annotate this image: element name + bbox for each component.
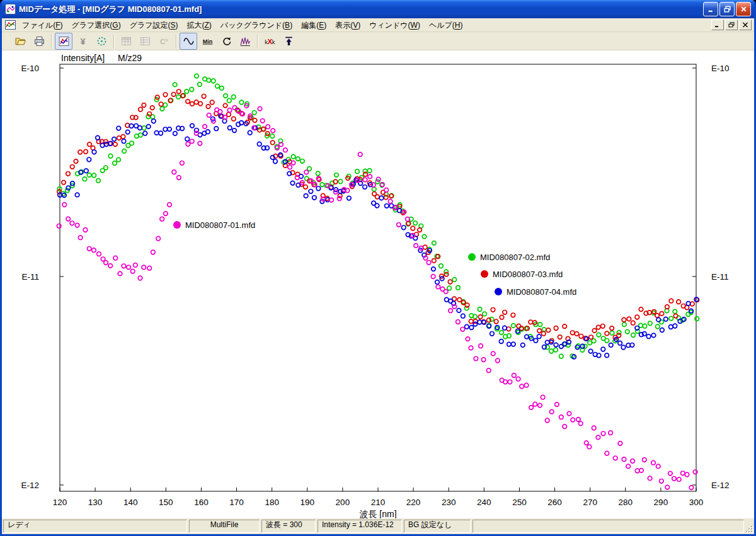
menu-bar: ファイル(F)グラフ選択(G)グラフ設定(S)拡大(Z)バックグラウンド(B)編… [2, 18, 754, 32]
grid2-icon [140, 36, 151, 47]
open-folder-icon [15, 36, 26, 47]
legend-marker-2 [481, 270, 488, 278]
x-tick-label: 280 [619, 498, 633, 507]
window-title: MIDデータ処理 - [MIDグラフ MID080807-01.mfd] [19, 4, 700, 15]
menu-item-1[interactable]: グラフ選択(G) [67, 19, 125, 31]
menu-item-5[interactable]: 編集(E) [297, 19, 331, 31]
menu-items: ファイル(F)グラフ選択(G)グラフ設定(S)拡大(Z)バックグラウンド(B)編… [18, 19, 711, 31]
list-view-button [136, 33, 154, 50]
waveform-button[interactable] [180, 33, 197, 50]
menu-item-7[interactable]: ウィンドウ(W) [365, 19, 425, 31]
circle-dots-icon [96, 36, 107, 47]
series-channel-label: M/z29 [118, 53, 142, 63]
table-view-button [117, 33, 135, 50]
x-tick-label: 150 [159, 498, 173, 507]
min-button[interactable]: Min [198, 33, 216, 50]
title-bar: MIDデータ処理 - [MIDグラフ MID080807-01.mfd] [2, 0, 754, 18]
legend-label-0: MID080807-01.mfd [185, 220, 255, 230]
x-tick-label: 290 [654, 498, 668, 507]
x-tick-label: 300 [689, 498, 704, 507]
marker-button[interactable] [93, 33, 110, 50]
x-tick-label: 130 [88, 498, 103, 507]
x-tick-label: 260 [547, 498, 562, 507]
svg-text:C°: C° [159, 37, 168, 45]
status-wavelength: 波長 = 300 [261, 520, 316, 533]
scale-button[interactable]: ¥ [74, 33, 91, 50]
app-icon [5, 4, 16, 14]
status-bar: レディMultiFile波長 = 300Intensity = 1.036E-1… [2, 518, 754, 534]
menu-item-2[interactable]: グラフ設定(S) [125, 19, 183, 31]
grid-icon [121, 36, 132, 47]
kxk-icon: kXk [265, 36, 275, 47]
arrow-up-icon [284, 36, 294, 47]
y-tick-label-left: E-12 [21, 481, 39, 490]
x-tick-label: 190 [301, 498, 315, 507]
x-tick-label: 160 [194, 498, 209, 507]
menu-item-8[interactable]: ヘルプ(H) [425, 19, 467, 31]
child-restore-button[interactable] [725, 20, 738, 30]
status-background: BG 設定なし [404, 520, 471, 533]
mdi-buttons [711, 20, 752, 30]
celsius-icon: C° [159, 36, 169, 47]
child-close-button[interactable] [739, 20, 752, 30]
status-ready: レディ [3, 520, 187, 533]
status-intensity: Intensity = 1.036E-12 [318, 520, 402, 533]
resize-grip[interactable] [745, 525, 753, 533]
x-tick-label: 140 [123, 498, 138, 507]
child-minimize-button[interactable] [711, 20, 724, 30]
print-icon [34, 36, 45, 47]
x-tick-label: 120 [53, 498, 67, 507]
caption-buttons [703, 2, 751, 16]
legend-label-2: MID080807-03.mfd [493, 270, 563, 279]
svg-text:k: k [272, 38, 275, 45]
toolbar: ¥C°MinkXk [2, 32, 754, 50]
spectrum-button[interactable] [236, 33, 254, 50]
graph-icon [59, 36, 69, 47]
loop-icon [221, 36, 232, 47]
svg-text:¥: ¥ [80, 36, 85, 46]
y-tick-label-left: E-11 [21, 272, 39, 282]
legend-label-3: MID080807-04.mfd [507, 287, 576, 297]
temperature-button: C° [155, 33, 173, 50]
menu-item-3[interactable]: 拡大(Z) [183, 19, 216, 31]
legend-marker-0 [173, 221, 181, 229]
minimize-button[interactable] [703, 2, 718, 16]
toolbar-separator [176, 34, 176, 48]
toolbar-separator [257, 34, 258, 48]
chart-canvas[interactable]: 1201301401501601701801902002102202302402… [2, 50, 754, 518]
restore-button[interactable] [719, 2, 735, 16]
x-tick-label: 170 [229, 498, 244, 507]
menu-item-6[interactable]: 表示(V) [331, 19, 365, 31]
y-tick-label-left: E-10 [21, 64, 39, 73]
sine-icon [183, 36, 194, 47]
legend-label-1: MID080807-02.mfd [480, 253, 550, 262]
x-tick-label: 250 [512, 498, 527, 507]
close-button[interactable] [736, 2, 751, 16]
kxk-button[interactable]: kXk [261, 33, 278, 50]
x-tick-label: 230 [442, 498, 456, 507]
open-button[interactable] [11, 33, 29, 50]
plot-frame [60, 64, 696, 491]
graph-display-button[interactable] [55, 33, 72, 50]
y-tick-label-right: E-11 [711, 272, 729, 282]
min-icon: Min [202, 36, 213, 47]
x-tick-label: 210 [371, 498, 386, 507]
child-window-icon [5, 20, 16, 30]
menu-item-4[interactable]: バックグラウンド(B) [216, 19, 297, 31]
repeat-button[interactable] [217, 33, 235, 50]
toolbar-separator [51, 34, 52, 48]
export-button[interactable] [280, 33, 297, 50]
spectrum-icon [240, 36, 251, 47]
status-panels: レディMultiFile波長 = 300Intensity = 1.036E-1… [3, 520, 744, 533]
x-tick-label: 240 [477, 498, 491, 507]
x-tick-label: 200 [336, 498, 350, 507]
svg-text:Min: Min [202, 38, 212, 44]
legend-marker-1 [468, 253, 476, 261]
print-button[interactable] [30, 33, 48, 50]
menu-item-0[interactable]: ファイル(F) [18, 19, 67, 31]
x-tick-label: 220 [406, 498, 421, 507]
x-tick-label: 180 [265, 498, 279, 507]
yen-icon: ¥ [77, 36, 88, 47]
toolbar-separator [113, 34, 114, 48]
app-window: MIDデータ処理 - [MIDグラフ MID080807-01.mfd] ファイ… [0, 0, 756, 536]
